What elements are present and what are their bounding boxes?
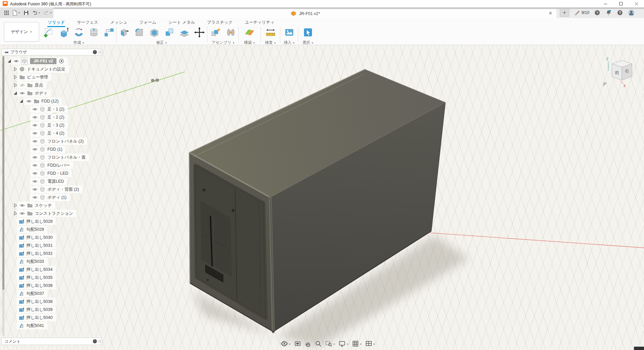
tree-row[interactable]: JR-F01 v2: [0, 57, 110, 65]
tree-row[interactable]: 足・3 (2): [0, 121, 110, 129]
group-label[interactable]: 挿入 ▼: [281, 40, 298, 45]
close-button[interactable]: [629, 0, 644, 7]
visibility-eye-icon[interactable]: [26, 99, 31, 104]
look-at-button[interactable]: [294, 340, 301, 348]
tree-row[interactable]: 足・2 (2): [0, 113, 110, 121]
group-label[interactable]: 検査 ▼: [262, 40, 279, 45]
tab-close-icon[interactable]: ✕: [548, 11, 553, 16]
visibility-eye-icon[interactable]: [19, 203, 25, 208]
notifications-bell-icon[interactable]: [605, 9, 612, 16]
visibility-eye-icon[interactable]: [32, 179, 37, 184]
ribbon-tab-4[interactable]: フォーム: [139, 19, 157, 26]
grid-settings-button[interactable]: ▼: [352, 340, 362, 348]
visibility-eye-icon[interactable]: [32, 115, 37, 120]
ribbon-tab-5[interactable]: シート メタル: [168, 19, 195, 26]
tree-row[interactable]: ビュー管理: [0, 73, 110, 81]
feature-row[interactable]: 押し出し5028: [0, 217, 110, 225]
file-new-button[interactable]: ▼: [11, 9, 21, 16]
shell-tool[interactable]: [148, 26, 161, 39]
visibility-eye-icon[interactable]: [32, 187, 37, 192]
collapse-arrow-icon[interactable]: [19, 99, 24, 104]
visibility-eye-icon[interactable]: [32, 171, 37, 176]
visibility-eye-icon[interactable]: [19, 91, 25, 96]
ribbon-tab-7[interactable]: ユーティリティ: [245, 19, 275, 26]
tree-row[interactable]: FDD (1): [0, 145, 110, 153]
zoom-button[interactable]: [315, 340, 322, 348]
tree-row[interactable]: ボディ・背面 (2): [0, 185, 110, 193]
tree-row[interactable]: フロントパネル (2): [0, 137, 110, 145]
avatar[interactable]: [628, 9, 635, 16]
measure-tool[interactable]: [264, 26, 277, 39]
visibility-eye-icon[interactable]: [19, 82, 25, 88]
ribbon-tab-2[interactable]: サーフェス: [76, 19, 99, 26]
hole-tool[interactable]: [88, 26, 100, 39]
visibility-eye-icon[interactable]: [32, 139, 37, 144]
feature-row[interactable]: 押し出し5039: [0, 306, 110, 314]
tree-row[interactable]: ボディ: [0, 89, 110, 97]
ribbon-tab-6[interactable]: プラスチック: [207, 19, 233, 26]
collapse-panel-icon[interactable]: ◀◀: [4, 51, 8, 54]
feature-row[interactable]: 押し出し5036: [0, 282, 110, 290]
visibility-eye-icon[interactable]: [32, 147, 37, 152]
joint-tool[interactable]: [224, 26, 237, 39]
save-button[interactable]: [23, 10, 30, 16]
feature-row[interactable]: 押し出し5031: [0, 241, 110, 249]
viewports-button[interactable]: ▼: [365, 340, 375, 348]
feature-row[interactable]: 勾配5029: [0, 225, 110, 233]
panel-grip-handle[interactable]: [99, 50, 101, 54]
document-tab[interactable]: JR-F01 v2* ✕: [53, 9, 556, 18]
visibility-eye-icon[interactable]: [13, 58, 19, 64]
workspace-selector[interactable]: デザイン▼: [4, 22, 39, 41]
fit-button[interactable]: ▼: [325, 340, 335, 348]
group-label[interactable]: 構築 ▼: [239, 40, 260, 45]
tree-row[interactable]: FDD (12): [0, 97, 110, 105]
tree-row[interactable]: スケッチ: [0, 201, 110, 209]
feature-row[interactable]: 勾配5041: [0, 322, 110, 330]
tree-row[interactable]: 電源LED: [0, 177, 110, 185]
visibility-eye-icon[interactable]: [32, 163, 37, 168]
tree-row[interactable]: FDD・LED: [0, 169, 110, 177]
clock-icon[interactable]: [594, 9, 601, 16]
tree-row[interactable]: フロントパネル・蓋: [0, 153, 110, 161]
orbit-button[interactable]: ▼: [281, 340, 291, 348]
minimize-button[interactable]: [598, 0, 613, 7]
panel-minimize-icon[interactable]: −: [93, 50, 97, 54]
app-grid-button[interactable]: [3, 9, 10, 16]
tree-row[interactable]: ドキュメントの設定: [0, 65, 110, 73]
fillet-tool[interactable]: [133, 26, 146, 39]
feature-row[interactable]: 勾配5037: [0, 290, 110, 298]
browser-panel-header[interactable]: ◀◀ ブラウザ −: [1, 49, 102, 55]
tree-row[interactable]: コンストラクション: [0, 209, 110, 217]
maximize-button[interactable]: [613, 0, 629, 7]
feature-row[interactable]: 押し出し5038: [0, 298, 110, 306]
visibility-eye-icon[interactable]: [32, 131, 37, 136]
new-tab-button[interactable]: +: [560, 9, 569, 17]
display-settings-button[interactable]: ▼: [338, 340, 349, 348]
combine-tool[interactable]: [163, 26, 176, 39]
feature-row[interactable]: 勾配5033: [0, 257, 110, 266]
tree-row[interactable]: 足・1 (2): [0, 105, 110, 113]
comments-minimize-icon[interactable]: −: [93, 339, 97, 343]
tree-row[interactable]: 原点: [0, 81, 110, 89]
help-icon[interactable]: ?: [617, 9, 623, 16]
tree-row[interactable]: FDD/レバー: [0, 161, 110, 169]
visibility-eye-icon[interactable]: [32, 195, 37, 200]
job-status[interactable]: 9/10: [574, 9, 589, 16]
press-pull-tool[interactable]: [118, 26, 131, 39]
ribbon-tab-1[interactable]: ソリッド: [47, 19, 65, 26]
visibility-eye-icon[interactable]: [32, 155, 37, 160]
group-label[interactable]: アセンブリ ▼: [208, 40, 238, 45]
comments-panel-header[interactable]: コメント −: [1, 338, 102, 345]
group-label[interactable]: 選択 ▼: [299, 40, 317, 45]
visibility-eye-icon[interactable]: [32, 107, 37, 112]
insert-tool[interactable]: [283, 26, 296, 39]
visibility-eye-icon[interactable]: [32, 123, 37, 128]
feature-row[interactable]: 押し出し5035: [0, 274, 110, 282]
redo-button[interactable]: ▼: [43, 10, 53, 16]
feature-row[interactable]: 押し出し5034: [0, 266, 110, 274]
feature-row[interactable]: 押し出し5040: [0, 314, 110, 322]
tree-row[interactable]: 足・4 (2): [0, 129, 110, 137]
visibility-eye-icon[interactable]: [19, 211, 25, 216]
group-label[interactable]: 修正 ▼: [118, 40, 206, 45]
move-tool[interactable]: [193, 26, 206, 39]
